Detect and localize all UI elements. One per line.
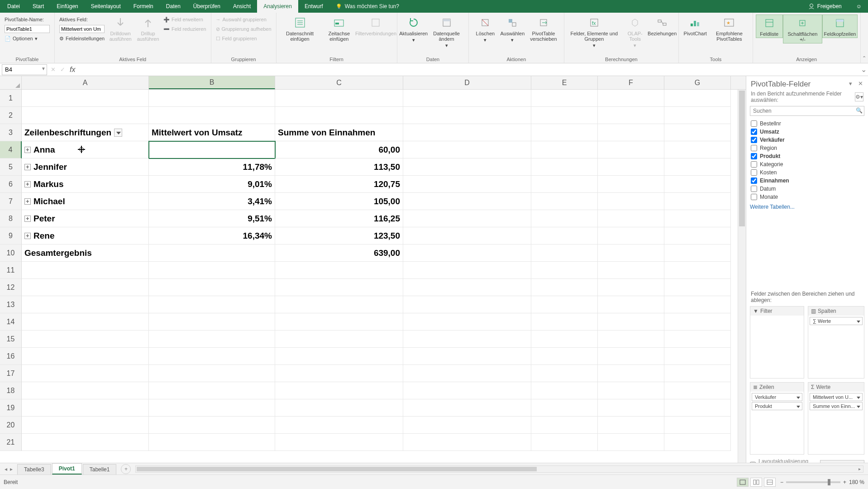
cell[interactable] [664,141,731,158]
tab-nav-last-icon[interactable]: ▸ [10,466,13,472]
cell[interactable] [149,90,275,107]
field-checkbox[interactable] [751,120,757,127]
cell[interactable]: 60,00 [275,141,403,158]
cell[interactable] [403,193,531,210]
tell-me[interactable]: 💡 Was möchten Sie tun? [336,3,399,10]
cell[interactable] [403,313,531,331]
cell[interactable] [531,124,598,141]
menu-analyze[interactable]: Analysieren [257,0,298,13]
menu-view[interactable]: Ansicht [227,0,257,13]
cell[interactable] [664,331,731,348]
cell[interactable] [149,434,275,451]
cell[interactable] [275,382,403,399]
sheet-tab-tabelle1[interactable]: Tabelle1 [83,464,117,475]
gear-icon[interactable]: ⚙▾ [855,92,863,101]
expand-icon[interactable] [24,181,31,187]
row-header[interactable]: 21 [0,434,22,451]
fieldlist-toggle[interactable]: Feldliste [756,14,783,38]
row-header[interactable]: 16 [0,348,22,365]
filter-connections-button[interactable]: Filterverbindungen [358,14,394,37]
clear-button[interactable]: Löschen▾ [472,14,499,44]
pivottable-name-input[interactable] [5,25,50,33]
cell[interactable] [22,399,149,417]
row-header[interactable]: 12 [0,279,22,296]
cell[interactable]: 11,78% [149,158,275,176]
cell[interactable] [598,244,664,262]
cell[interactable] [149,107,275,124]
drillup-button[interactable]: Drillup ausführen [134,14,162,43]
activefield-input[interactable] [59,25,105,33]
expand-icon[interactable] [24,233,31,239]
cell[interactable] [531,227,598,244]
cell[interactable] [664,279,731,296]
change-datasource-button[interactable]: Datenquelle ändern▾ [427,14,466,49]
area-values[interactable]: ΣWerte Mittelwert von U...Summe von Einn… [808,382,864,455]
field-chip[interactable]: Summe von Einn... [810,402,863,410]
cell[interactable] [531,244,598,262]
field-item[interactable]: Einnahmen [750,177,864,185]
view-pagebreak-button[interactable] [764,478,776,487]
cell[interactable] [22,107,149,124]
cell[interactable] [531,399,598,417]
olap-tools-button[interactable]: OLAP-Tools▾ [621,14,649,49]
area-rows[interactable]: ≣Zeilen VerkäuferProdukt [750,382,804,455]
cell[interactable]: 105,00 [275,193,403,210]
cell[interactable] [22,279,149,296]
cell[interactable] [403,124,531,141]
cell[interactable] [403,365,531,382]
cell[interactable] [275,399,403,417]
tab-nav-first-icon[interactable]: ◂ [5,466,7,472]
cell[interactable] [22,365,149,382]
collapse-field-button[interactable]: ➖ Feld reduzieren [163,25,206,33]
cell[interactable]: Jennifer [22,158,149,176]
column-header-D[interactable]: D [403,76,531,89]
cell[interactable]: Michael [22,193,149,210]
row-header[interactable]: 6 [0,176,22,193]
view-normal-button[interactable] [737,478,749,487]
cell[interactable] [403,382,531,399]
cancel-formula-icon[interactable]: ✕ [51,66,56,73]
column-header-A[interactable]: A [22,76,149,89]
cell[interactable] [403,399,531,417]
cell[interactable] [22,296,149,313]
pivotchart-button[interactable]: PivotChart [682,14,709,37]
horizontal-scrollbar[interactable]: ◂ ▸ [135,465,863,473]
collapse-ribbon-button[interactable]: ⌃ [860,13,868,63]
cell[interactable] [664,399,731,417]
cell[interactable] [598,141,664,158]
row-header[interactable]: 13 [0,296,22,313]
cell[interactable] [664,365,731,382]
field-chip[interactable]: Mittelwert von U... [810,393,863,401]
cell[interactable] [275,279,403,296]
cell[interactable]: 113,50 [275,158,403,176]
row-header[interactable]: 18 [0,382,22,399]
field-item[interactable]: Monate [750,193,864,201]
cell[interactable]: Summe von Einnahmen [275,124,403,141]
cell[interactable] [598,296,664,313]
cell[interactable] [598,279,664,296]
cell[interactable] [22,348,149,365]
ungroup-button[interactable]: ⊘ Gruppierung aufheben [216,25,272,33]
field-item[interactable]: Datum [750,185,864,193]
cell[interactable] [22,382,149,399]
vertical-scrollbar[interactable]: ▲ ▼ [738,90,746,475]
insert-slicer-button[interactable]: Datenschnitt einfügen [279,14,321,43]
options-button[interactable]: 📄 Optionen ▾ [5,34,50,43]
scrollbar-thumb[interactable] [739,91,745,226]
cell[interactable] [531,210,598,227]
cell[interactable] [149,382,275,399]
relationships-button[interactable]: Beziehungen [649,14,676,37]
expand-field-button[interactable]: ➕ Feld erweitern [163,15,206,24]
group-field-button[interactable]: ☐ Feld gruppieren [216,34,272,43]
cell[interactable] [149,331,275,348]
share-button[interactable]: Freigeben [800,3,850,10]
column-header-G[interactable]: G [664,76,731,89]
cell[interactable] [149,279,275,296]
field-checkbox[interactable] [751,194,757,200]
cell[interactable] [531,262,598,279]
cell[interactable] [403,331,531,348]
row-filter-dropdown[interactable] [114,129,122,137]
cell[interactable]: Zeilenbeschriftungen [22,124,149,141]
cell[interactable]: Markus [22,176,149,193]
cell[interactable] [598,227,664,244]
